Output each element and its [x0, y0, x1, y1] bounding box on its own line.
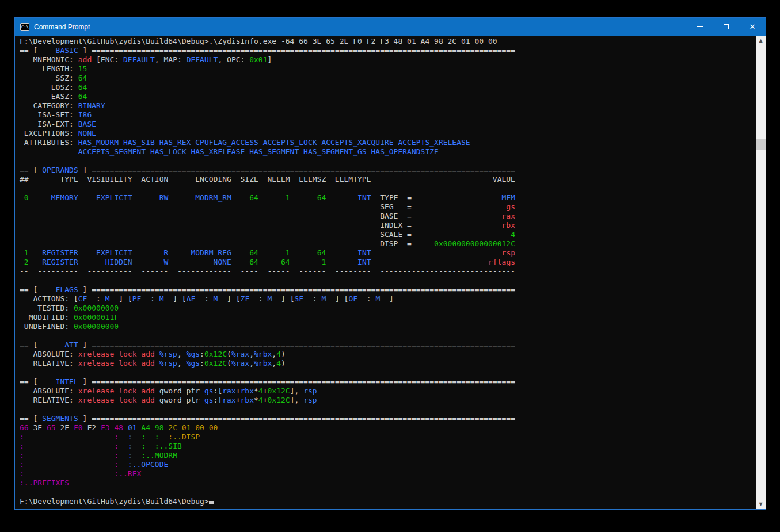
console-text: 4 — [276, 359, 281, 368]
console[interactable]: F:\Development\GitHub\zydis\Build64\Debu… — [15, 36, 766, 509]
console-line: ACTIONS: [CF : M ] [PF : M ] [AF : M ] [… — [20, 294, 756, 304]
console-text: 66 — [20, 423, 33, 432]
console-text — [258, 193, 286, 202]
console-text: PF — [132, 294, 142, 303]
console-text: : — [20, 442, 24, 450]
scrollbar-down-icon[interactable]: ▼ — [756, 499, 766, 509]
console-text: ], — [290, 386, 303, 395]
console-text: F2 — [87, 423, 100, 432]
console-text — [326, 248, 357, 257]
minimize-icon — [697, 26, 703, 27]
console-text: LENGTH: — [20, 64, 78, 73]
console-text — [168, 258, 213, 266]
title-bar[interactable]: C:\ Command Prompt ✕ — [15, 18, 766, 36]
console-line: LENGTH: 15 — [20, 64, 756, 74]
console-text: REGISTER — [42, 258, 78, 266]
console-text: %rsp — [159, 359, 177, 368]
console-text — [290, 193, 317, 202]
console-text — [290, 248, 317, 257]
console-text — [132, 258, 164, 266]
maximize-button[interactable] — [713, 18, 739, 36]
console-text: :..OPCODE — [128, 460, 168, 469]
console-text — [119, 442, 128, 450]
console-text: : — [20, 433, 24, 441]
console-text — [371, 248, 502, 257]
console-line: == [ OPERANDS ] ========================… — [20, 166, 756, 175]
console-line — [20, 368, 756, 377]
console-text: 4 — [258, 396, 263, 404]
close-button[interactable]: ✕ — [739, 18, 766, 36]
console-text: 4 — [258, 386, 263, 395]
console-text: 64 — [78, 83, 87, 91]
minimize-button[interactable] — [686, 18, 713, 36]
scrollbar[interactable]: ▲ ▼ — [756, 36, 766, 509]
console-line — [20, 488, 756, 497]
console-text: BINARY — [78, 101, 105, 110]
console-text: MEMORY — [51, 193, 78, 202]
console-text: F3 — [101, 423, 114, 432]
console-line — [20, 331, 756, 340]
console-text — [132, 248, 164, 257]
console-text: INT — [357, 248, 371, 257]
window-controls: ✕ — [686, 18, 766, 36]
console-text — [78, 248, 96, 257]
console-text — [412, 239, 434, 248]
console-text: UNDEFINED: — [20, 322, 74, 331]
console-text: F:\Development\GitHub\zydis\Build64\Debu… — [20, 37, 497, 45]
console-line: RELATIVE: xrelease lock add %rsp, %gs:0x… — [20, 359, 756, 368]
scrollbar-up-icon[interactable]: ▲ — [756, 36, 766, 45]
console-text — [412, 193, 502, 202]
console-text: rsp — [303, 396, 317, 404]
console-text: 4 — [276, 350, 281, 358]
console-line: : : : :..MODRM — [20, 451, 756, 460]
console-line — [20, 276, 756, 285]
console-text: : — [87, 294, 105, 303]
console-text: BASIC — [42, 46, 78, 55]
console-text — [132, 193, 159, 202]
console-line: ABSOLUTE: xrelease lock add %rsp, %gs:0x… — [20, 350, 756, 359]
console-text — [20, 212, 380, 220]
console-text: ISA-EXT: — [20, 120, 78, 128]
console-line: == [ SEGMENTS ] ========================… — [20, 414, 756, 423]
console-text: gs — [204, 386, 214, 395]
console-text — [371, 258, 489, 266]
console-line: == [ ATT ] =============================… — [20, 340, 756, 350]
console-text: OF — [348, 294, 357, 303]
console-text: MEM — [502, 193, 515, 202]
console-text: 48 — [114, 423, 127, 432]
console-text — [132, 442, 142, 450]
console-text: 64 — [78, 92, 87, 101]
console-line: INDEX = rbx — [20, 221, 756, 230]
console-text: RELATIVE: — [20, 396, 78, 404]
console-text: 0x00000000 — [74, 322, 119, 331]
console-text: ], — [290, 396, 303, 404]
console-line: -- --------- ---------- ------ ---------… — [20, 267, 756, 276]
console-text: ABSOLUTE: — [20, 386, 78, 395]
console-text: : — [303, 294, 321, 303]
console-text: ] [ — [163, 294, 186, 303]
console-text: 01 — [128, 423, 141, 432]
console-text: DISP = — [380, 239, 412, 248]
maximize-icon — [724, 24, 729, 29]
console-text: 0x0000011F — [74, 313, 119, 322]
console-text: : — [200, 359, 204, 368]
console-text: INDEX = — [380, 221, 412, 229]
console-text — [78, 193, 96, 202]
scrollbar-thumb[interactable] — [756, 139, 766, 150]
console-line: BASE = rax — [20, 212, 756, 221]
console-text: NONE — [214, 258, 231, 266]
console-line: ISA-SET: I86 — [20, 110, 756, 120]
console-text: F:\Development\GitHub\zydis\Build64\Debu… — [20, 497, 209, 506]
console-text: : — [357, 294, 375, 303]
console-text — [20, 202, 380, 211]
console-text: [ENC: — [92, 55, 123, 64]
console-line: : : :..OPCODE — [20, 460, 756, 469]
console-line: DISP = 0x000000000000012C — [20, 239, 756, 248]
console-text — [168, 193, 195, 202]
console-text: xrelease lock add — [78, 350, 155, 358]
console-text: %rax — [231, 350, 249, 358]
console-text: * — [254, 396, 258, 404]
console-text — [155, 359, 159, 368]
console-text — [231, 248, 249, 257]
console-text: HAS_MODRM HAS_SIB HAS_REX CPUFLAG_ACCESS… — [78, 138, 470, 147]
